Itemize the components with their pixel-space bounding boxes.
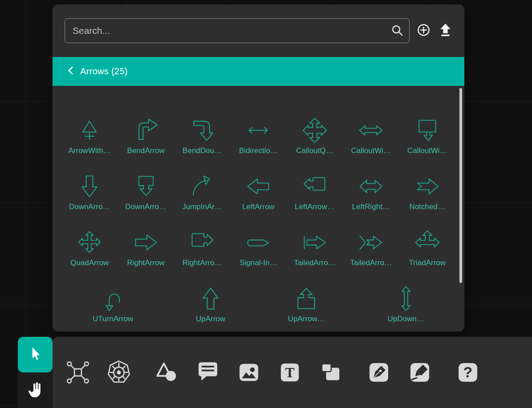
- shape-label: TriadArrow: [409, 259, 446, 267]
- callout-left-right-arrow-icon: [357, 117, 384, 144]
- shape-grid: ArrowWith…BendArrowBendDou…Bidirectio…Ca…: [61, 99, 455, 267]
- shape-item[interactable]: LeftArrow…: [287, 155, 343, 211]
- shape-item[interactable]: BendDou…: [174, 99, 230, 155]
- callout-quad-arrow-icon: [301, 117, 328, 144]
- tool-help-button[interactable]: ?: [455, 360, 481, 385]
- highlighter-icon: [407, 360, 432, 385]
- shape-item[interactable]: CalloutQ…: [287, 99, 343, 155]
- shape-library-panel: Arrows (25) ArrowWith…BendArrowBendDou…B…: [53, 4, 464, 331]
- shape-item[interactable]: CalloutWi…: [343, 99, 399, 155]
- tailed-arrow-icon: [301, 229, 328, 256]
- tailed-arrow-double-icon: [357, 229, 384, 256]
- image-icon: [236, 360, 261, 385]
- add-library-button[interactable]: [417, 18, 430, 43]
- shapes-icon: [154, 360, 179, 385]
- tool-highlight-button[interactable]: [407, 360, 433, 385]
- shape-label: LeftArrow…: [295, 202, 335, 211]
- right-arrow-callout-icon: [189, 229, 215, 256]
- shape-item[interactable]: TriadArrow: [399, 211, 455, 267]
- shape-item[interactable]: Signal-In…: [230, 211, 286, 267]
- shape-label: RightArro…: [183, 259, 222, 267]
- tool-note-button[interactable]: [318, 360, 344, 385]
- jump-in-arrow-icon: [189, 173, 215, 200]
- category-header-arrows[interactable]: Arrows (25): [53, 57, 464, 86]
- shape-label: UpArrow: [196, 315, 225, 323]
- shape-item[interactable]: UpDown…: [387, 267, 424, 323]
- shape-item[interactable]: DownArro…: [61, 155, 118, 211]
- shape-label: UpDown…: [387, 315, 424, 323]
- tool-comment-button[interactable]: [195, 360, 221, 385]
- shape-label: Bidirectio…: [239, 146, 278, 155]
- search-icon: [391, 24, 403, 38]
- shape-label: BendDou…: [183, 146, 222, 155]
- shape-label: DownArro…: [125, 202, 167, 211]
- arrow-with-stem-icon: [76, 117, 103, 144]
- left-arrow-icon: [245, 173, 272, 200]
- library-search-row: [53, 4, 464, 43]
- shape-grid-last-row: UTurnArrowUpArrowUpArrow…UpDown…: [61, 267, 455, 323]
- shape-item[interactable]: TailedArro…: [343, 211, 399, 267]
- tool-draw-button[interactable]: [366, 360, 392, 385]
- tool-select-button[interactable]: [18, 337, 53, 372]
- shape-item[interactable]: UpArrow: [196, 267, 225, 323]
- left-right-arrow-icon: [357, 173, 384, 200]
- up-arrow-icon: [197, 285, 224, 312]
- shape-label: LeftArrow: [242, 202, 275, 211]
- shape-label: CalloutQ…: [296, 146, 333, 155]
- shape-item[interactable]: Notched…: [399, 155, 455, 211]
- shape-item[interactable]: BendArrow: [118, 99, 174, 155]
- quad-arrow-icon: [76, 229, 103, 256]
- shape-label: TailedArro…: [294, 259, 336, 267]
- tool-architecture-button[interactable]: [65, 360, 91, 385]
- shape-label: Notched…: [410, 202, 445, 211]
- signal-in-icon: [245, 229, 272, 256]
- shape-item[interactable]: LeftArrow: [230, 155, 286, 211]
- shape-item[interactable]: LeftRight…: [343, 155, 399, 211]
- shape-item[interactable]: RightArro…: [174, 211, 230, 267]
- down-arrow-icon: [76, 173, 103, 200]
- shape-label: CalloutWi…: [407, 146, 447, 155]
- network-icon: [65, 360, 90, 385]
- shape-label: ArrowWith…: [69, 146, 111, 155]
- callout-down-arrow-icon: [414, 117, 441, 144]
- u-turn-arrow-icon: [100, 285, 126, 312]
- shape-item[interactable]: CalloutWi…: [399, 99, 455, 155]
- shape-item[interactable]: QuadArrow: [61, 211, 118, 267]
- down-arrow-callout-icon: [133, 173, 159, 200]
- shape-item[interactable]: UpArrow…: [288, 267, 325, 323]
- left-arrow-callout-icon: [301, 173, 328, 200]
- shape-label: DownArro…: [69, 202, 110, 211]
- shape-label: UTurnArrow: [93, 315, 133, 323]
- svg-text:T: T: [285, 365, 294, 380]
- shape-item[interactable]: DownArro…: [118, 155, 174, 211]
- up-down-arrow-icon: [393, 285, 419, 312]
- up-arrow-callout-icon: [293, 285, 320, 312]
- tool-text-button[interactable]: T: [277, 360, 303, 385]
- shape-item[interactable]: JumpInAr…: [174, 155, 230, 211]
- category-title: Arrows (25): [80, 66, 128, 77]
- shape-label: BendArrow: [127, 146, 165, 155]
- shape-item[interactable]: Bidirectio…: [230, 99, 286, 155]
- pen-icon: [366, 360, 391, 385]
- shape-item[interactable]: TailedArro…: [287, 211, 343, 267]
- svg-text:?: ?: [463, 364, 472, 380]
- tool-shapes-button[interactable]: [154, 360, 180, 385]
- comment-icon: [195, 360, 220, 385]
- triad-arrow-icon: [414, 229, 441, 256]
- panel-scrollbar[interactable]: [459, 88, 462, 283]
- shape-label: TailedArro…: [350, 259, 392, 267]
- question-icon: ?: [455, 360, 480, 385]
- search-input[interactable]: [65, 18, 410, 43]
- back-chevron-icon: [68, 66, 73, 77]
- bidirectional-arrow-icon: [245, 117, 272, 144]
- shape-item[interactable]: ArrowWith…: [61, 99, 118, 155]
- upload-library-button[interactable]: [439, 18, 452, 43]
- shape-item[interactable]: RightArrow: [118, 211, 174, 267]
- tool-helm-button[interactable]: [106, 360, 132, 385]
- shape-item[interactable]: UTurnArrow: [93, 267, 133, 323]
- note-icon: [318, 360, 343, 385]
- notched-right-arrow-icon: [414, 173, 441, 200]
- tool-pan-button[interactable]: [18, 372, 53, 408]
- tool-image-button[interactable]: [236, 360, 262, 385]
- cursor-mode-toolbar: [18, 337, 53, 408]
